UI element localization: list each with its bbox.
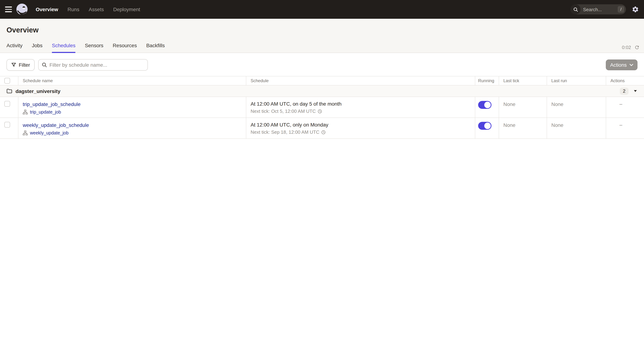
search-shortcut-badge: / [618, 6, 624, 12]
dagster-app: Overview Runs Assets Deployment / Overvi… [0, 0, 644, 350]
nav-item-assets[interactable]: Assets [89, 6, 104, 12]
row-checkbox[interactable] [4, 122, 10, 128]
last-tick-cell: None [499, 97, 547, 117]
actions-button[interactable]: Actions [606, 59, 638, 70]
schedules-table: Schedule name Schedule Running Last tick… [0, 76, 644, 139]
table-header-row: Schedule name Schedule Running Last tick… [0, 76, 644, 85]
schedule-filter [38, 59, 148, 71]
settings-button[interactable] [632, 6, 639, 13]
job-link[interactable]: trip_update_job [30, 110, 61, 115]
group-name: dagster_university [16, 88, 60, 94]
group-count-badge: 2 [620, 87, 628, 95]
schedule-description: At 12:00 AM UTC, only on Monday [250, 122, 470, 128]
nav-item-runs[interactable]: Runs [68, 6, 79, 12]
last-tick-cell: None [499, 118, 547, 138]
column-header-running: Running [475, 76, 499, 85]
select-all-checkbox[interactable] [4, 78, 10, 84]
last-run-value: None [551, 122, 564, 128]
search-icon [570, 4, 580, 14]
folder-icon [6, 88, 12, 94]
page-header: Overview Activity Jobs Schedules Sensors… [0, 19, 644, 53]
global-search[interactable]: / [570, 4, 626, 14]
overview-tabs: Activity Jobs Schedules Sensors Resource… [6, 38, 165, 53]
schedules-toolbar: Filter Actions [6, 59, 638, 71]
filter-button-label: Filter [19, 62, 30, 68]
search-icon [42, 62, 47, 67]
tab-sensors[interactable]: Sensors [85, 38, 104, 53]
hamburger-icon [5, 7, 12, 7]
refresh-area: 0:02 [622, 45, 640, 50]
schedule-cell: At 12:00 AM UTC, only on Monday Next tic… [246, 118, 475, 138]
running-cell [475, 97, 499, 117]
top-nav: Overview Runs Assets Deployment / [0, 0, 644, 19]
refresh-icon[interactable] [634, 45, 640, 50]
row-actions-cell: – [606, 118, 644, 138]
job-link[interactable]: weekly_update_job [30, 130, 68, 136]
column-header-schedule: Schedule [246, 76, 475, 85]
row-actions-placeholder: – [620, 101, 622, 107]
column-header-schedule-name: Schedule name [18, 76, 246, 85]
job-icon [23, 130, 28, 136]
last-run-cell: None [547, 97, 606, 117]
tab-jobs[interactable]: Jobs [32, 38, 42, 53]
actions-button-label: Actions [610, 62, 627, 68]
row-checkbox[interactable] [4, 101, 10, 107]
nav-item-overview[interactable]: Overview [36, 6, 58, 12]
last-run-cell: None [547, 118, 606, 138]
schedule-name-cell: weekly_update_job_schedule weekly_update… [18, 118, 246, 138]
schedule-link[interactable]: weekly_update_job_schedule [23, 122, 89, 128]
running-cell [475, 118, 499, 138]
group-row-dagster-university[interactable]: dagster_university 2 [0, 85, 644, 97]
job-icon [23, 110, 28, 115]
chevron-down-icon [630, 64, 633, 66]
tab-schedules[interactable]: Schedules [52, 38, 76, 53]
gear-icon [632, 6, 639, 13]
collapse-caret-icon[interactable] [634, 90, 637, 92]
tab-resources[interactable]: Resources [113, 38, 137, 53]
next-tick-text: Next tick: Sep 18, 12:00 AM UTC [250, 129, 320, 135]
nav-item-deployment[interactable]: Deployment [113, 6, 140, 12]
schedule-name-cell: trip_update_job_schedule trip_update_job [18, 97, 246, 117]
nav-links: Overview Runs Assets Deployment [36, 6, 140, 12]
refresh-countdown: 0:02 [622, 45, 631, 50]
tab-activity[interactable]: Activity [6, 38, 22, 53]
schedule-cell: At 12:00 AM UTC, on day 5 of the month N… [246, 97, 475, 117]
running-toggle-on[interactable] [478, 122, 492, 130]
page-title: Overview [0, 19, 644, 34]
row-actions-cell: – [606, 97, 644, 117]
table-row: weekly_update_job_schedule weekly_update… [0, 118, 644, 139]
row-actions-placeholder: – [620, 122, 622, 128]
menu-button[interactable] [5, 7, 12, 12]
next-tick-text: Next tick: Oct 5, 12:00 AM UTC [250, 108, 316, 114]
last-tick-value: None [503, 122, 516, 128]
filter-button[interactable]: Filter [6, 59, 34, 71]
last-tick-value: None [503, 101, 516, 107]
column-header-last-run: Last run [547, 76, 606, 85]
tab-backfills[interactable]: Backfills [146, 38, 165, 53]
running-toggle-on[interactable] [478, 101, 492, 109]
schedule-filter-input[interactable] [38, 59, 148, 71]
funnel-icon [11, 62, 16, 67]
column-header-last-tick: Last tick [499, 76, 547, 85]
schedule-description: At 12:00 AM UTC, on day 5 of the month [250, 101, 470, 107]
last-run-value: None [551, 101, 564, 107]
table-row: trip_update_job_schedule trip_update_job… [0, 97, 644, 118]
clock-icon [318, 109, 322, 113]
global-search-input[interactable] [580, 7, 618, 12]
schedule-link[interactable]: trip_update_job_schedule [23, 101, 80, 107]
group-row-controls: 2 [620, 87, 637, 95]
clock-icon [321, 130, 326, 134]
dagster-logo-icon [16, 3, 28, 15]
column-header-actions: Actions [606, 76, 644, 85]
